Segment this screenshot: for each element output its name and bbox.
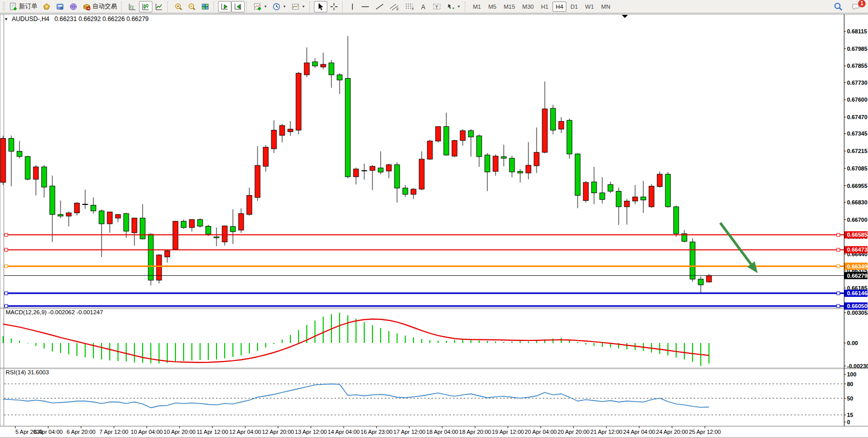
timeframe-h1-button[interactable]: H1	[538, 2, 551, 12]
toolbar-separator	[309, 2, 312, 12]
candle	[321, 64, 326, 67]
text-label-tool-button[interactable]: T	[430, 1, 444, 12]
equidistant-channel-tool-button[interactable]: E	[387, 1, 402, 12]
candle	[526, 165, 531, 173]
line-price-label: 0.66146	[847, 290, 867, 296]
line-anchor-handle[interactable]	[837, 248, 840, 251]
periods-button[interactable]: ▼	[270, 1, 289, 12]
time-tick-label: 6 Apr 20:00	[67, 429, 95, 435]
line-anchor-handle[interactable]	[5, 292, 8, 295]
zoom-out-button[interactable]	[185, 1, 199, 12]
candle	[230, 226, 235, 232]
notifications-button[interactable]: 1	[849, 1, 863, 12]
tile-windows-icon	[201, 3, 209, 11]
templates-button[interactable]: ▼	[289, 1, 308, 12]
new-order-label: 新订单	[19, 2, 37, 11]
chart-shift-button[interactable]	[231, 1, 245, 12]
candle	[674, 207, 679, 234]
line-anchor-handle[interactable]	[837, 265, 840, 268]
indicators-button[interactable]: ▼	[251, 1, 270, 12]
line-anchor-handle[interactable]	[5, 304, 8, 308]
candle	[394, 165, 400, 188]
rsi-axis-label: 15	[847, 412, 853, 418]
timeframe-h4-button[interactable]: H4	[553, 2, 566, 12]
line-anchor-handle[interactable]	[5, 265, 8, 268]
candle	[403, 188, 408, 194]
line-price-label: 0.66473	[847, 246, 867, 253]
line-anchor-handle[interactable]	[5, 248, 8, 251]
horizontal-line-tool-button[interactable]	[358, 1, 372, 12]
line-anchor-handle[interactable]	[5, 233, 8, 236]
timeframe-d1-button[interactable]: D1	[567, 2, 581, 12]
line-anchor-handle[interactable]	[837, 304, 840, 308]
chart-canvas[interactable]: 0.681150.679850.678550.677300.676000.674…	[0, 14, 868, 438]
arrows-shapes-icon	[447, 3, 455, 11]
vertical-line-tool-button[interactable]	[347, 1, 358, 12]
timeframe-w1-button[interactable]: W1	[582, 2, 597, 12]
time-tick-label: 12 Apr 04:00	[229, 429, 261, 435]
price-tick-label: 0.67345	[847, 130, 867, 137]
crosshair-icon	[330, 3, 338, 11]
new-order-button[interactable]: 新订单	[7, 1, 40, 12]
cursor-tool-button[interactable]	[314, 1, 327, 12]
timeframe-m15-button[interactable]: M15	[501, 2, 518, 12]
data-window-icon	[56, 3, 64, 11]
price-tick-label: 0.68115	[847, 28, 867, 34]
strategy-tester-button[interactable]	[67, 1, 80, 12]
candle	[288, 129, 293, 131]
price-tick-label: 0.66700	[847, 217, 867, 223]
candle	[181, 221, 186, 227]
chevron-down-icon: ▼	[457, 5, 461, 8]
time-tick-label: 24 Apr 20:00	[656, 429, 688, 435]
arrows-tool-button[interactable]: ▼	[444, 1, 463, 12]
tile-windows-button[interactable]	[199, 1, 212, 12]
mt4-window: 新订单	[0, 0, 868, 438]
market-watch-button[interactable]	[40, 1, 53, 12]
time-tick-label: 7 Apr 12:00	[100, 429, 128, 435]
timeframe-m1-button[interactable]: M1	[470, 2, 484, 12]
timeframe-m5-button[interactable]: M5	[485, 2, 500, 12]
chart-title: ▼AUDUSD-,H40.66231 0.66292 0.66226 0.662…	[4, 15, 149, 23]
globe-icon	[69, 3, 77, 11]
crosshair-tool-button[interactable]	[327, 1, 341, 12]
candle	[115, 215, 121, 218]
rsi-indicator-label: RSI(14) 31.6003	[6, 369, 49, 375]
candle	[198, 220, 203, 226]
chevron-down-icon: ▼	[264, 5, 267, 8]
macd-axis-label: 0.003052	[847, 310, 868, 316]
line-anchor-handle[interactable]	[837, 233, 840, 236]
time-tick-label: 10 Apr 20:00	[164, 429, 195, 435]
candle	[386, 165, 391, 171]
candle	[247, 195, 252, 214]
gold-nugget-icon	[43, 3, 51, 11]
bar-chart-button[interactable]	[126, 1, 139, 12]
zoom-in-button[interactable]	[172, 1, 185, 12]
line-chart-button[interactable]	[152, 1, 166, 12]
candle	[58, 215, 63, 216]
auto-trading-button[interactable]: 自动交易	[80, 1, 120, 12]
time-tick-label: 14 Apr 04:00	[328, 429, 360, 435]
bar-chart-icon	[128, 3, 136, 11]
line-anchor-handle[interactable]	[837, 292, 840, 295]
candle	[263, 147, 268, 166]
data-window-button[interactable]	[53, 1, 67, 12]
candle	[567, 120, 572, 154]
trendline-tool-button[interactable]	[372, 1, 387, 12]
candlestick-chart-button[interactable]	[139, 1, 152, 12]
candle	[665, 174, 670, 206]
time-tick-label: 11 Apr 12:00	[196, 429, 228, 435]
search-button[interactable]	[831, 1, 845, 12]
candle	[156, 255, 162, 280]
auto-scroll-button[interactable]	[218, 1, 231, 12]
text-tool-button[interactable]: A	[418, 1, 430, 12]
timeframe-mn-button[interactable]: MN	[598, 2, 614, 12]
clock-icon	[272, 3, 281, 11]
timeframe-m30-button[interactable]: M30	[519, 2, 537, 12]
fibonacci-tool-button[interactable]: F	[402, 1, 418, 12]
candle	[534, 153, 539, 166]
price-tick-label: 0.66830	[847, 199, 867, 205]
chart-title-collapse-icon[interactable]: ▼	[4, 17, 8, 22]
price-tick-label: 0.66955	[847, 183, 867, 189]
candle	[600, 193, 605, 200]
toolbar-grip[interactable]	[3, 2, 5, 11]
